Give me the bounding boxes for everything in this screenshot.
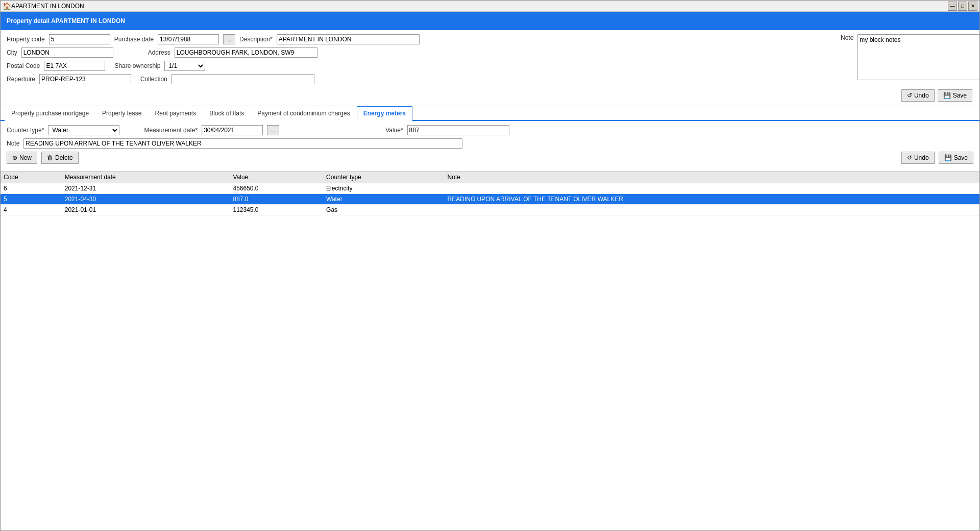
repertoire-label: Repertoire [7, 76, 35, 83]
repertoire-row: Repertoire Collection [7, 74, 830, 84]
save-button[interactable]: 💾 Save [938, 89, 972, 102]
table-row[interactable]: 6 2021-12-31 456650.0 Electricity [1, 183, 979, 194]
new-button[interactable]: ⊕ New [7, 152, 37, 164]
table-body: 6 2021-12-31 456650.0 Electricity 5 2021… [1, 183, 979, 215]
description-label: Description* [239, 36, 273, 43]
value-input[interactable] [407, 125, 509, 135]
main-window: 🏠 APARTMENT IN LONDON — □ ✕ Property det… [0, 0, 980, 531]
energy-undo-icon: ↺ [907, 154, 912, 161]
note-textarea[interactable]: my block notes [857, 34, 979, 80]
postal-code-input[interactable] [44, 61, 105, 71]
cell-code: 6 [1, 183, 62, 194]
close-button[interactable]: ✕ [968, 2, 977, 11]
value-label: Value* [385, 127, 403, 134]
col-value: Value [230, 172, 323, 183]
property-form: Property code Purchase date ... Descript… [1, 30, 979, 106]
energy-action-row: ⊕ New 🗑 Delete ↺ Undo 💾 Save [7, 152, 973, 164]
title-bar: 🏠 APARTMENT IN LONDON — □ ✕ [1, 1, 979, 12]
note-label-row: Note my block notes [841, 34, 979, 80]
page-header: Property detail APARTMENT IN LONDON [1, 12, 979, 30]
cell-counter-type: Water [323, 194, 445, 205]
cell-note [445, 205, 979, 215]
counter-type-select[interactable]: Water Electricity Gas [48, 125, 119, 135]
measurement-date-ellipsis-button[interactable]: ... [267, 125, 279, 135]
main-content: Property code Purchase date ... Descript… [1, 30, 979, 530]
cell-counter-type: Gas [323, 205, 445, 215]
energy-table: Code Measurement date Value Counter type… [1, 172, 979, 215]
energy-save-button[interactable]: 💾 Save [939, 152, 973, 164]
note-section: Note my block notes [841, 34, 973, 80]
app-icon: 🏠 [3, 2, 11, 10]
purchase-date-input[interactable] [158, 34, 219, 44]
energy-save-icon: 💾 [944, 154, 952, 161]
delete-label: Delete [55, 154, 73, 161]
undo-label: Undo [914, 92, 929, 99]
save-label: Save [953, 92, 967, 99]
energy-save-label: Save [954, 154, 968, 161]
energy-note-input[interactable] [23, 138, 462, 149]
cell-value: 112345.0 [230, 205, 323, 215]
undo-button[interactable]: ↺ Undo [901, 89, 935, 102]
energy-undo-button[interactable]: ↺ Undo [901, 152, 935, 164]
table-header: Code Measurement date Value Counter type… [1, 172, 979, 183]
cell-value: 456650.0 [230, 183, 323, 194]
cell-measurement-date: 2021-12-31 [62, 183, 230, 194]
maximize-button[interactable]: □ [958, 2, 967, 11]
purchase-date-label: Purchase date [114, 36, 154, 43]
table-row[interactable]: 4 2021-01-01 112345.0 Gas [1, 205, 979, 215]
property-code-input[interactable] [49, 34, 110, 44]
share-ownership-label: Share ownership [114, 62, 160, 69]
repertoire-input[interactable] [39, 74, 131, 84]
measurement-date-input[interactable] [202, 125, 263, 135]
measurement-date-label: Measurement date* [144, 127, 198, 134]
delete-button[interactable]: 🗑 Delete [41, 152, 79, 164]
energy-note-row: Note [7, 138, 973, 149]
col-code: Code [1, 172, 62, 183]
cell-measurement-date: 2021-01-01 [62, 205, 230, 215]
new-icon: ⊕ [12, 154, 17, 161]
tab-rent[interactable]: Rent payments [148, 106, 203, 121]
energy-table-section: Code Measurement date Value Counter type… [1, 172, 979, 530]
col-note: Note [445, 172, 979, 183]
col-counter-type: Counter type [323, 172, 445, 183]
tab-condominium[interactable]: Payment of condominium charges [251, 106, 356, 121]
energy-undo-label: Undo [914, 154, 929, 161]
energy-form: Counter type* Water Electricity Gas Meas… [1, 121, 979, 172]
window-controls: — □ ✕ [948, 2, 977, 11]
cell-measurement-date: 2021-04-30 [62, 194, 230, 205]
tab-mortgage[interactable]: Property purchase mortgage [5, 106, 95, 121]
tab-lease[interactable]: Property lease [95, 106, 148, 121]
title-bar-text: APARTMENT IN LONDON [11, 3, 948, 10]
form-right: Note my block notes [841, 34, 973, 87]
tab-energy[interactable]: Energy meters [357, 106, 412, 121]
new-label: New [19, 154, 32, 161]
description-input[interactable] [277, 34, 420, 44]
cell-note [445, 183, 979, 194]
energy-top-row: Counter type* Water Electricity Gas Meas… [7, 125, 973, 135]
table-row[interactable]: 5 2021-04-30 887.0 Water READING UPON AR… [1, 194, 979, 205]
share-ownership-select[interactable]: 1/1 [164, 61, 205, 71]
property-code-label: Property code [7, 36, 45, 43]
save-icon: 💾 [943, 92, 951, 99]
cell-value: 887.0 [230, 194, 323, 205]
cell-note: READING UPON ARRIVAL OF THE TENANT OLIVE… [445, 194, 979, 205]
collection-input[interactable] [172, 74, 314, 84]
city-row: City Address [7, 47, 830, 58]
tab-flats[interactable]: Block of flats [203, 106, 251, 121]
cell-code: 4 [1, 205, 62, 215]
minimize-button[interactable]: — [948, 2, 957, 11]
address-input[interactable] [175, 47, 317, 58]
city-input[interactable] [21, 47, 113, 58]
tab-bar: Property purchase mortgage Property leas… [1, 106, 979, 121]
delete-icon: 🗑 [47, 154, 53, 161]
postal-code-label: Postal Code [7, 62, 40, 69]
table-header-row: Code Measurement date Value Counter type… [1, 172, 979, 183]
note-label: Note [841, 34, 853, 41]
purchase-date-ellipsis-button[interactable]: ... [223, 34, 235, 44]
city-label: City [7, 49, 17, 56]
postal-code-row: Postal Code Share ownership 1/1 [7, 61, 830, 71]
form-columns: Property code Purchase date ... Descript… [7, 34, 973, 87]
cell-code: 5 [1, 194, 62, 205]
form-action-row: ↺ Undo 💾 Save [7, 89, 973, 102]
counter-type-label: Counter type* [7, 127, 44, 134]
